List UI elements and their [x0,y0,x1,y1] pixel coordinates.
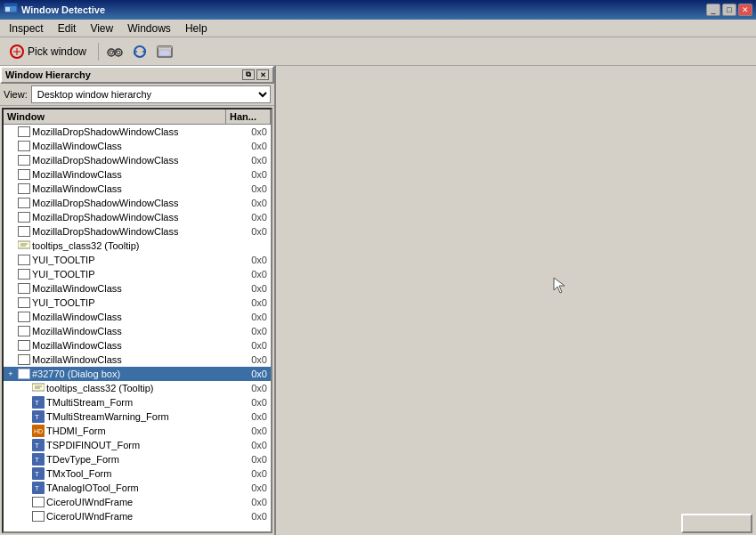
tree-label: TSPDIFINOUT_Form [46,440,140,450]
window-tree[interactable]: Window Han... MozillaDropShadowWindowCla… [2,108,272,533]
panel-controls: ⧉ ✕ [242,69,269,80]
tree-row-selected[interactable]: + #32770 (Dialog box) 0x0 [4,367,271,381]
binoculars-icon [107,45,123,59]
menu-edit[interactable]: Edit [51,20,84,36]
tree-row[interactable]: MozillaDropShadowWindowClass 0x0 [4,125,271,139]
tree-row[interactable]: YUI_TOOLTIP 0x0 [4,253,271,267]
tree-row[interactable]: YUI_TOOLTIP 0x0 [4,296,271,310]
screenshot-button[interactable] [154,41,175,62]
tree-label: THDMI_Form [46,426,106,436]
pick-window-label: Pick window [28,45,86,58]
main-layout: Window Hierarchy ⧉ ✕ View: Desktop windo… [0,66,756,535]
tree-row[interactable]: T TMultiStream_Form 0x0 [4,395,271,409]
tree-label: MozillaWindowClass [32,169,122,180]
expand-icon [5,312,16,322]
tree-label: MozillaWindowClass [32,354,122,365]
app-icon: T [32,482,45,494]
expand-icon [5,326,16,336]
tree-row[interactable]: tooltips_class32 (Tooltip) 0x0 [4,381,271,395]
menu-help[interactable]: Help [178,20,215,36]
tree-row[interactable]: MozillaWindowClass 0x0 [4,310,271,324]
panel-float-button[interactable]: ⧉ [242,69,255,80]
tree-row[interactable]: MozillaWindowClass 0x0 [4,338,271,353]
handle-value: 0x0 [230,354,271,365]
svg-text:T: T [35,413,39,421]
binoculars-button[interactable] [104,41,126,62]
menu-view[interactable]: View [83,20,120,36]
tree-row[interactable]: CiceroUIWndFrame 0x0 [4,495,271,509]
status-button[interactable] [681,514,752,533]
tree-row[interactable]: tooltips_class32 (Tooltip) [4,239,271,253]
tree-label: YUI_TOOLTIP [32,255,95,265]
app-icon [4,3,18,17]
app-icon: T [32,439,45,451]
window-icon [18,369,30,379]
handle-value: 0x0 [230,482,271,493]
toolbar-separator [98,43,99,61]
panel-close-button[interactable]: ✕ [256,69,269,80]
tree-row[interactable]: T TAnalogIOTool_Form 0x0 [4,481,271,495]
handle-value: 0x0 [230,269,271,280]
window-icon [18,141,30,151]
maximize-button[interactable]: □ [722,4,736,16]
svg-point-5 [110,51,113,54]
menu-windows[interactable]: Windows [120,20,178,36]
minimize-button[interactable]: _ [706,4,720,16]
expand-icon [20,497,30,507]
svg-rect-7 [113,51,117,53]
handle-value: 0x0 [230,397,271,408]
handle-value: 0x0 [230,383,271,393]
handle-value: 0x0 [230,126,271,137]
tree-row[interactable]: CiceroUIWndFrame 0x0 [4,509,271,523]
window-controls: _ □ ✕ [706,4,752,16]
tree-row[interactable]: YUI_TOOLTIP 0x0 [4,267,271,281]
refresh-button[interactable] [129,41,150,62]
tree-row[interactable]: T TSPDIFINOUT_Form 0x0 [4,438,271,452]
tree-row[interactable]: MozillaWindowClass 0x0 [4,167,271,182]
window-icon [18,198,30,208]
tree-row[interactable]: T TMxTool_Form 0x0 [4,466,271,481]
cursor-icon [552,276,570,294]
handle-value: 0x0 [230,340,271,351]
tree-label: CiceroUIWndFrame [46,511,133,522]
svg-text:T: T [35,399,39,407]
pick-window-button[interactable]: Pick window [4,42,93,61]
tree-row[interactable]: MozillaDropShadowWindowClass 0x0 [4,153,271,167]
handle-value: 0x0 [230,454,271,465]
expand-icon [5,297,16,308]
refresh-icon [133,45,147,59]
tree-row[interactable]: MozillaWindowClass 0x0 [4,281,271,296]
tree-row[interactable]: MozillaWindowClass 0x0 [4,182,271,196]
expand-icon [20,454,30,465]
tree-row[interactable]: MozillaWindowClass 0x0 [4,353,271,367]
handle-value: 0x0 [230,511,271,522]
svg-rect-10 [159,50,170,56]
view-select[interactable]: Desktop window hierarchy [31,85,271,103]
handle-value: 0x0 [230,497,271,507]
expand-icon [5,212,16,223]
tree-row[interactable]: MozillaWindowClass 0x0 [4,324,271,338]
tree-row[interactable]: T TDevType_Form 0x0 [4,452,271,466]
tree-row[interactable]: HD THDMI_Form 0x0 [4,424,271,438]
tree-label: #32770 (Dialog box) [32,369,120,379]
window-icon [18,269,30,280]
tree-row[interactable]: MozillaDropShadowWindowClass 0x0 [4,224,271,239]
tree-label: YUI_TOOLTIP [32,297,95,308]
tree-row[interactable]: MozillaDropShadowWindowClass 0x0 [4,210,271,224]
svg-rect-11 [18,241,30,248]
expand-icon [5,126,16,137]
tree-label: MozillaDropShadowWindowClass [32,126,178,137]
expand-icon [5,141,16,151]
tree-label: TMultiStream_Form [46,397,133,408]
handle-value: 0x0 [230,226,271,237]
window-icon [18,183,30,194]
tree-row[interactable]: MozillaDropShadowWindowClass 0x0 [4,196,271,210]
close-button[interactable]: ✕ [738,4,752,16]
tree-row[interactable]: T TMultiStreamWarning_Form 0x0 [4,409,271,424]
tree-row[interactable]: MozillaWindowClass 0x0 [4,139,271,153]
app-icon: T [32,396,45,409]
menu-inspect[interactable]: Inspect [2,20,51,36]
screenshot-icon [157,45,173,58]
app-icon: HD [32,425,45,437]
handle-value: 0x0 [230,312,271,322]
